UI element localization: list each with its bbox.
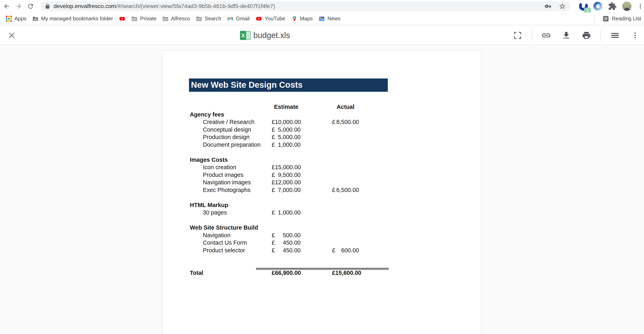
estimate-cell: [271, 156, 301, 164]
actual-cell: [332, 134, 360, 141]
amount-value: 7,000.00: [278, 186, 301, 194]
actual-cell: [332, 141, 360, 149]
estimate-cell: £12,000.00: [271, 179, 301, 186]
news-icon: G: [319, 16, 325, 22]
browser-toolbar: develop.envalfresco.com/#/search/(viewer…: [0, 0, 644, 12]
share-link-button[interactable]: [540, 30, 552, 42]
print-button[interactable]: [580, 30, 592, 42]
column-gap: [301, 141, 332, 149]
currency-symbol: £: [272, 126, 275, 134]
reading-list-button[interactable]: Reading List: [599, 15, 644, 22]
bookmark-label: YouTube: [265, 16, 285, 22]
spreadsheet-page: New Web Site Design Costs EstimateActual…: [162, 50, 481, 334]
table-row-spacer: [190, 254, 360, 262]
youtube-icon: [256, 16, 262, 22]
bookmark-label: Private: [140, 16, 156, 22]
close-viewer-button[interactable]: [6, 30, 18, 42]
download-button[interactable]: [560, 30, 572, 42]
amount-value: 15,600.00: [335, 269, 361, 277]
column-gap: [301, 164, 332, 171]
actual-cell: [332, 126, 360, 134]
currency-symbol: £: [332, 186, 335, 194]
excel-file-icon: X: [240, 30, 251, 40]
column-gap: [301, 239, 332, 247]
bookmark-item-gmail[interactable]: Gmail: [224, 16, 252, 22]
more-options-button[interactable]: [629, 30, 641, 42]
currency-symbol: £: [272, 269, 275, 277]
profile-avatar[interactable]: [622, 2, 632, 11]
amount-value: 6,500.00: [336, 186, 359, 194]
bookmark-item-my-managed-bookmarks-folder[interactable]: My managed bookmarks folder: [30, 16, 116, 22]
currency-symbol: £: [272, 171, 275, 179]
amount-value: 12,000.00: [275, 179, 301, 186]
column-gap: [301, 224, 332, 232]
folder-icon: [132, 16, 138, 22]
table-row-label: Exec Photographs: [190, 186, 271, 194]
actual-cell: [332, 164, 360, 171]
apps-label: Apps: [14, 16, 26, 22]
reading-list-label: Reading List: [612, 16, 641, 22]
forward-button[interactable]: [13, 1, 24, 12]
bookmark-item-alfresco[interactable]: Alfresco: [160, 16, 193, 22]
bookmark-item-search[interactable]: Search: [193, 16, 224, 22]
bookmark-star-icon[interactable]: [559, 2, 566, 10]
estimate-cell: [271, 224, 301, 232]
total-row-label: Total: [190, 269, 271, 277]
print-icon: [582, 31, 591, 40]
column-gap: [301, 118, 332, 126]
actual-cell: £8,500.00: [332, 118, 360, 126]
currency-symbol: £: [332, 269, 335, 277]
refresh-button[interactable]: [25, 1, 36, 12]
bookmark-item-private[interactable]: Private: [128, 16, 160, 22]
budget-table: EstimateActualAgency feesCreative / Rese…: [190, 103, 360, 277]
reading-list-area: Reading List: [594, 14, 644, 23]
table-row-label: Product selector: [190, 247, 271, 254]
actual-cell: [332, 232, 360, 239]
refresh-icon: [27, 2, 34, 10]
estimate-cell: £5,000.00: [271, 126, 301, 134]
fullscreen-button[interactable]: [512, 30, 524, 42]
amount-value: 600.00: [341, 247, 359, 254]
amount-value: 450.00: [283, 247, 301, 254]
column-gap: [301, 202, 332, 209]
chrome-menu-kebab-icon[interactable]: [637, 2, 644, 10]
apps-grid-icon: [6, 16, 12, 22]
password-key-icon[interactable]: [544, 3, 552, 10]
document-filename: budget.xls: [253, 31, 290, 40]
back-button[interactable]: [1, 1, 12, 12]
currency-symbol: £: [272, 118, 275, 126]
url-text: develop.envalfresco.com/#/search/(viewer…: [54, 3, 544, 10]
fullscreen-icon: [513, 31, 522, 40]
address-bar[interactable]: develop.envalfresco.com/#/search/(viewer…: [40, 2, 570, 11]
table-row-label: Contact Us Form: [190, 239, 271, 247]
bookmark-item[interactable]: [116, 16, 128, 22]
url-path: /#/search/(viewer:view/5fa74ad3-9b5b-461…: [116, 3, 275, 9]
actual-cell: [332, 156, 360, 164]
table-row-label: Production design: [190, 134, 271, 141]
extension-swirl-icon[interactable]: [593, 2, 602, 11]
info-menu-button[interactable]: [609, 30, 621, 42]
bookmark-item-news[interactable]: GNews: [316, 16, 344, 22]
currency-symbol: £: [272, 247, 275, 254]
bookmark-label: My managed bookmarks folder: [41, 16, 113, 22]
gmail-icon: [227, 16, 233, 22]
column-gap: [301, 111, 332, 118]
hamburger-menu-icon: [610, 30, 620, 40]
svg-text:G: G: [320, 18, 322, 20]
column-header-estimate: Estimate: [271, 103, 301, 111]
viewer-divider: [600, 30, 601, 41]
table-row-label: Icon creation: [190, 164, 271, 171]
extension-ring-icon[interactable]: !: [579, 2, 588, 11]
bookmark-item-maps[interactable]: Maps: [288, 16, 316, 22]
actual-cell: [332, 209, 360, 216]
estimate-cell: £1,000.00: [271, 141, 301, 149]
currency-symbol: £: [272, 239, 275, 247]
youtube-icon: [119, 16, 126, 22]
table-row-label: Creative / Research: [190, 118, 271, 126]
table-row-label: Conceptual design: [190, 126, 271, 134]
bookmark-item-youtube[interactable]: YouTube: [252, 16, 288, 22]
actual-cell: [332, 202, 360, 209]
currency-symbol: £: [272, 209, 275, 216]
extensions-puzzle-icon[interactable]: [608, 2, 617, 11]
apps-shortcut[interactable]: Apps: [3, 16, 30, 22]
